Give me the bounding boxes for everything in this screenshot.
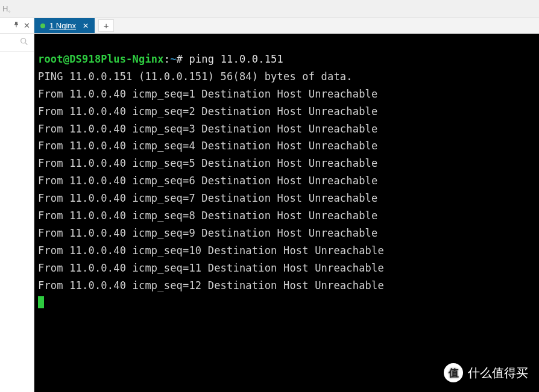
cursor-block-icon bbox=[38, 296, 44, 308]
tab-close-icon[interactable]: ✕ bbox=[83, 22, 89, 30]
terminal-output-line: From 11.0.0.40 icmp_seq=9 Destination Ho… bbox=[38, 225, 535, 242]
terminal-output-line: From 11.0.0.40 icmp_seq=4 Destination Ho… bbox=[38, 137, 535, 155]
prompt-userhost: root@DS918Plus-Nginx bbox=[38, 53, 164, 65]
prompt-path: ~ bbox=[170, 53, 176, 65]
editor-main: 1 Nginx ✕ + root@DS918Plus-Nginx:~# ping… bbox=[34, 18, 539, 392]
svg-point-0 bbox=[21, 39, 26, 43]
terminal[interactable]: root@DS918Plus-Nginx:~# ping 11.0.0.151 … bbox=[34, 34, 539, 392]
watermark: 值 什么值得买 bbox=[444, 363, 528, 382]
terminal-output-line: From 11.0.0.40 icmp_seq=6 Destination Ho… bbox=[38, 172, 535, 190]
terminal-output-line: From 11.0.0.40 icmp_seq=2 Destination Ho… bbox=[38, 103, 535, 120]
ide-area: ✕ 1 Nginx ✕ + root@DS918Plus-Nginx:~# pi… bbox=[0, 18, 539, 392]
terminal-prompt-line: root@DS918Plus-Nginx:~# ping 11.0.0.151 bbox=[38, 51, 535, 68]
side-panel-search[interactable] bbox=[0, 34, 34, 52]
close-icon[interactable]: ✕ bbox=[24, 21, 30, 30]
ide-top-strip: H。 bbox=[0, 0, 539, 18]
watermark-badge-icon: 值 bbox=[444, 363, 463, 382]
terminal-output-line: From 11.0.0.40 icmp_seq=12 Destination H… bbox=[38, 277, 535, 294]
terminal-output-header: PING 11.0.0.151 (11.0.0.151) 56(84) byte… bbox=[38, 68, 535, 86]
side-panel: ✕ bbox=[0, 18, 34, 392]
terminal-output-lines: From 11.0.0.40 icmp_seq=1 Destination Ho… bbox=[38, 86, 535, 294]
terminal-command: ping 11.0.0.151 bbox=[189, 53, 283, 65]
new-tab-button[interactable]: + bbox=[98, 19, 114, 32]
tab-bar: 1 Nginx ✕ + bbox=[34, 18, 539, 34]
terminal-output-line: From 11.0.0.40 icmp_seq=11 Destination H… bbox=[38, 260, 535, 277]
watermark-text: 什么值得买 bbox=[468, 365, 528, 381]
terminal-output-line: From 11.0.0.40 icmp_seq=1 Destination Ho… bbox=[38, 86, 535, 103]
tab-nginx[interactable]: 1 Nginx ✕ bbox=[34, 18, 95, 33]
terminal-output-line: From 11.0.0.40 icmp_seq=7 Destination Ho… bbox=[38, 190, 535, 207]
prompt-sep1: : bbox=[164, 53, 170, 65]
terminal-output-line: From 11.0.0.40 icmp_seq=8 Destination Ho… bbox=[38, 207, 535, 225]
terminal-output-line: From 11.0.0.40 icmp_seq=3 Destination Ho… bbox=[38, 120, 535, 138]
prompt-sep2: # bbox=[177, 53, 189, 65]
top-hint-text: H。 bbox=[2, 4, 16, 14]
search-icon bbox=[19, 37, 29, 48]
terminal-output-line: From 11.0.0.40 icmp_seq=10 Destination H… bbox=[38, 242, 535, 260]
terminal-output-line: From 11.0.0.40 icmp_seq=5 Destination Ho… bbox=[38, 155, 535, 172]
pin-icon[interactable] bbox=[13, 21, 20, 30]
side-panel-toolbar: ✕ bbox=[0, 18, 34, 34]
svg-line-1 bbox=[25, 43, 28, 45]
tab-label: 1 Nginx bbox=[49, 21, 76, 30]
tab-status-dot-icon bbox=[40, 23, 45, 28]
terminal-cursor-line bbox=[38, 294, 535, 311]
